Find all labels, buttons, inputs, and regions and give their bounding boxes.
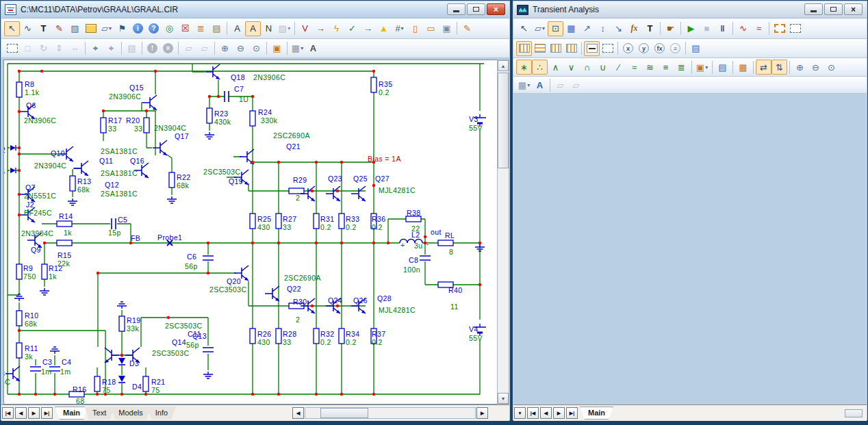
schematic-label[interactable]: D4 bbox=[132, 383, 142, 391]
diode-symbol[interactable] bbox=[118, 358, 125, 364]
schematic-label[interactable]: 2SA1381C bbox=[101, 147, 138, 155]
schematic-label[interactable]: R24 bbox=[258, 108, 272, 116]
schematic-label[interactable]: 2SC2690A bbox=[284, 274, 321, 282]
resistor-symbol[interactable] bbox=[144, 118, 149, 133]
schematic-label[interactable]: 2N3906C bbox=[24, 116, 56, 125]
prev-page-button[interactable]: ◀ bbox=[15, 407, 27, 419]
tab-models[interactable]: Models bbox=[110, 407, 151, 420]
clipboard-icon-dropdown[interactable]: ▾ bbox=[705, 64, 708, 70]
diode-symbol[interactable] bbox=[10, 145, 16, 151]
schematic-label[interactable]: Probe1 bbox=[157, 233, 182, 242]
schematic-label[interactable]: C3 bbox=[42, 358, 52, 366]
schematic-label[interactable]: 3u bbox=[414, 242, 422, 250]
zoom-out-icon[interactable]: ⊖ bbox=[808, 60, 824, 75]
schematic-label[interactable]: 2SC2690A bbox=[273, 131, 310, 140]
resistor-symbol[interactable] bbox=[339, 329, 344, 344]
close-button[interactable]: × bbox=[487, 3, 505, 15]
plots-vertical-icon[interactable] bbox=[516, 41, 532, 56]
schematic-label[interactable]: Q15 bbox=[129, 83, 144, 92]
schematic-label[interactable]: R13 bbox=[77, 177, 91, 185]
restore-button[interactable] bbox=[824, 3, 843, 15]
schematic-label[interactable]: 2N5551C bbox=[24, 192, 56, 200]
find-repeat-icon[interactable]: ⌖ bbox=[103, 41, 119, 56]
resistor-symbol[interactable] bbox=[16, 343, 22, 358]
next-page-button[interactable]: ▶ bbox=[553, 407, 565, 419]
zoom-out-icon[interactable]: ⊖ bbox=[233, 41, 248, 56]
schematic-label[interactable]: Q26 bbox=[353, 296, 368, 305]
schematic-label[interactable]: R37 bbox=[372, 330, 385, 338]
schematic-label[interactable]: 2N3904C bbox=[34, 162, 66, 170]
schematic-label[interactable]: 2 bbox=[296, 315, 300, 324]
schematic-label[interactable]: C11 bbox=[188, 330, 201, 338]
text-mode-icon[interactable]: T bbox=[642, 21, 658, 36]
window-split-icon-dropdown[interactable]: ▾ bbox=[301, 45, 303, 51]
schematic-label[interactable]: 330k bbox=[261, 116, 278, 125]
link-mode-icon[interactable]: ◎ bbox=[162, 21, 177, 36]
window-tile-icon[interactable]: ▦▾ bbox=[516, 77, 532, 92]
schematic-label[interactable]: R19 bbox=[127, 316, 140, 324]
data-point-mode-icon[interactable] bbox=[600, 41, 615, 56]
schematic-label[interactable]: BF245C bbox=[24, 209, 52, 217]
schematic-label[interactable]: R18 bbox=[102, 378, 116, 386]
schematic-label[interactable]: R29 bbox=[293, 176, 307, 184]
stepping-icon[interactable]: ≈ bbox=[751, 21, 767, 36]
scrollbar-thumb[interactable] bbox=[320, 408, 368, 418]
schematic-label[interactable]: 0.2 bbox=[372, 223, 383, 231]
schematic-label[interactable]: 2SC3503C bbox=[152, 349, 190, 357]
schematic-label[interactable]: C6 bbox=[187, 253, 196, 261]
select-region-icon[interactable] bbox=[4, 41, 20, 56]
numeric-output-icon[interactable]: ▤ bbox=[715, 60, 730, 75]
schematic-label[interactable]: 33 bbox=[283, 338, 291, 346]
schematic-label[interactable]: 750 bbox=[23, 272, 36, 281]
schematic-label[interactable]: 3k bbox=[25, 352, 33, 361]
cursor-high-icon[interactable]: ∩ bbox=[579, 60, 595, 75]
schematic-label[interactable]: R28 bbox=[283, 330, 296, 338]
schematic-titlebar[interactable]: C:\MC11\DATA\Petrov\GRAAL\GRAAL.CIR × bbox=[1, 1, 509, 18]
schematic-label[interactable]: 33 bbox=[108, 125, 116, 133]
component-shapes-icon-dropdown[interactable]: ▾ bbox=[109, 25, 112, 31]
scrollbar-thumb[interactable] bbox=[498, 73, 509, 168]
schematic-label[interactable]: R31 bbox=[320, 215, 334, 223]
zoom-in-icon[interactable]: ⊕ bbox=[792, 60, 808, 75]
cursor-next-point-icon[interactable]: ∗ bbox=[516, 60, 532, 75]
schematic-label[interactable]: Q10 bbox=[51, 149, 65, 157]
cursor-line-mode-icon[interactable] bbox=[584, 41, 600, 56]
scale-both-icon[interactable]: ↕ bbox=[595, 21, 611, 36]
text-mode-icon[interactable]: T bbox=[36, 21, 51, 36]
schematic-label[interactable]: FB bbox=[131, 234, 140, 242]
ground-symbol[interactable] bbox=[203, 372, 213, 378]
schematic-label[interactable]: 15p bbox=[108, 229, 121, 237]
resistor-symbol[interactable] bbox=[276, 214, 281, 229]
text-page-icon[interactable]: ▭ bbox=[423, 21, 439, 36]
resistor-symbol[interactable] bbox=[57, 221, 72, 227]
window-split-icon[interactable]: ▦▾ bbox=[290, 41, 305, 56]
schematic-label[interactable]: 100n bbox=[403, 266, 420, 274]
rotate-icon[interactable]: ↻ bbox=[36, 41, 51, 56]
diode-symbol[interactable] bbox=[10, 168, 16, 173]
schematic-label[interactable]: 0.2 bbox=[346, 223, 357, 231]
resistor-symbol[interactable] bbox=[143, 376, 149, 391]
align-cursors-v-icon[interactable]: ⇅ bbox=[771, 60, 787, 75]
plot-properties-icon[interactable]: ▤ bbox=[688, 41, 704, 56]
show-voltages-icon[interactable]: V bbox=[297, 21, 313, 36]
resistor-symbol[interactable] bbox=[250, 111, 255, 126]
schematic-label[interactable]: 33 bbox=[283, 223, 291, 231]
select-tool-icon[interactable]: ↖ bbox=[516, 21, 532, 36]
schematic-label[interactable]: C4 bbox=[62, 358, 71, 366]
properties-icon[interactable]: ✎ bbox=[459, 21, 475, 36]
grid-toggle-icon-dropdown[interactable]: ▾ bbox=[401, 25, 404, 31]
schematic-label[interactable]: 2SA1381C bbox=[101, 190, 138, 198]
schematic-label[interactable]: Q25 bbox=[353, 175, 368, 183]
paste-region-icon-dropdown[interactable]: ▾ bbox=[288, 25, 290, 31]
schematic-label[interactable]: 0.2 bbox=[346, 338, 357, 346]
capacitor-symbol[interactable] bbox=[112, 218, 116, 229]
last-page-button[interactable]: ▶| bbox=[566, 407, 578, 419]
select-graph-region-icon[interactable] bbox=[771, 21, 787, 36]
schematic-canvas[interactable]: R81.1kQ62N3906CQ152N3906CQ182N3906CC71UR… bbox=[3, 60, 498, 404]
component-shapes-icon[interactable]: ▱▾ bbox=[99, 21, 114, 36]
cursor-global-high-icon[interactable]: ≈ bbox=[626, 60, 642, 75]
schematic-label[interactable]: 2N3906C bbox=[253, 73, 285, 81]
capacitor-symbol[interactable] bbox=[30, 367, 41, 371]
ground-symbol[interactable] bbox=[40, 288, 49, 295]
clipboard-icon[interactable]: ▣▾ bbox=[694, 60, 710, 75]
